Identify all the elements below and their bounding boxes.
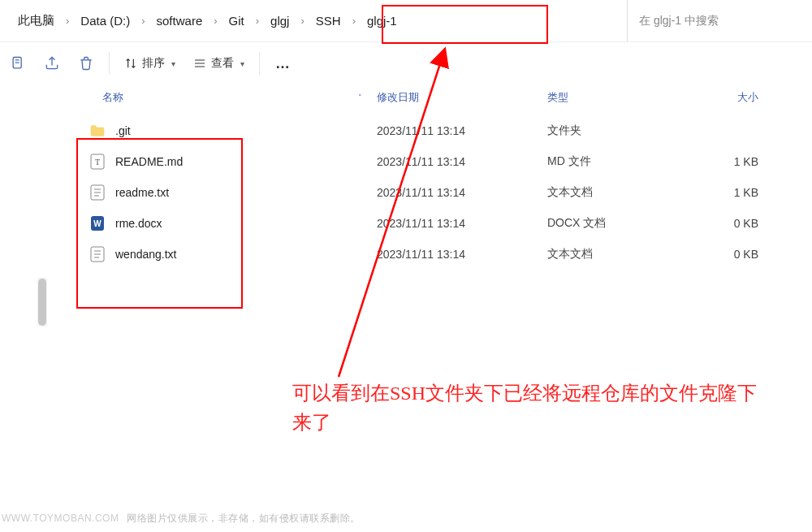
scroll-thumb-icon[interactable] [38,279,46,326]
crumb-glgj-1[interactable]: glgj-1 [362,11,402,31]
file-list: .git 2023/11/11 13:14 文件夹 T README.md 20… [84,115,812,327]
file-type: DOCX 文档 [547,216,685,231]
file-name: readme.txt [115,186,169,199]
file-date: 2023/11/11 13:14 [377,186,547,199]
column-name-label: 名称 [102,90,123,105]
column-headers: 名称 ˄ 修改日期 类型 大小 [0,84,812,110]
file-size: 0 KB [685,248,783,261]
markdown-file-icon: T [89,154,106,170]
annotation-text: 可以看到在SSH文件夹下已经将远程仓库的文件克隆下来了 [292,378,771,437]
file-date: 2023/11/11 13:14 [377,155,547,168]
file-type: 文本文档 [547,185,685,200]
svg-text:W: W [93,219,102,228]
sort-label: 排序 [142,56,165,71]
copy-to-clipboard-button[interactable] [2,47,34,80]
file-name: .git [115,124,131,137]
search-input[interactable]: 在 glgj-1 中搜索 [639,14,719,28]
svg-text:T: T [95,158,100,167]
file-area: .git 2023/11/11 13:14 文件夹 T README.md 20… [0,110,812,327]
list-item[interactable]: wendang.txt 2023/11/11 13:14 文本文档 0 KB [84,239,812,270]
toolbar-divider [109,52,110,75]
toolbar: 排序 ▾ 查看 ▾ … [0,42,812,84]
file-date: 2023/11/11 13:14 [377,124,547,137]
breadcrumb: 此电脑 › Data (D:) › software › Git › glgj … [6,10,627,32]
file-type: 文件夹 [547,123,685,138]
watermark-brand: www.toymoban.com [2,513,119,524]
crumb-ssh[interactable]: SSH [311,11,346,31]
column-name[interactable]: 名称 ˄ [102,90,377,105]
toolbar-divider [259,52,260,75]
crumb-data-d[interactable]: Data (D:) [76,11,135,31]
delete-button[interactable] [70,47,102,80]
list-item[interactable]: T README.md 2023/11/11 13:14 MD 文件 1 KB [84,146,812,177]
crumb-git[interactable]: Git [224,11,249,31]
sort-asc-icon: ˄ [358,93,362,102]
file-type: 文本文档 [547,247,685,262]
search-box[interactable]: 在 glgj-1 中搜索 [627,0,806,41]
chevron-right-icon: › [138,15,148,27]
folder-icon [89,123,106,139]
chevron-right-icon: › [63,15,72,27]
file-date: 2023/11/11 13:14 [377,248,547,261]
watermark: www.toymoban.com 网络图片仅供展示，非存储，如有侵权请联系删除。 [2,512,361,526]
file-name: rme.docx [115,217,162,230]
crumb-this-pc[interactable]: 此电脑 [13,10,59,32]
chevron-right-icon: › [297,15,307,27]
file-name: wendang.txt [115,248,177,261]
file-date: 2023/11/11 13:14 [377,217,547,230]
share-button[interactable] [36,47,68,80]
column-type[interactable]: 类型 [547,90,685,105]
more-button[interactable]: … [266,47,299,80]
file-size: 1 KB [685,155,783,168]
chevron-right-icon: › [253,15,262,27]
list-item[interactable]: W rme.docx 2023/11/11 13:14 DOCX 文档 0 KB [84,208,812,239]
column-date[interactable]: 修改日期 [377,90,547,105]
list-item[interactable]: readme.txt 2023/11/11 13:14 文本文档 1 KB [84,177,812,208]
list-item[interactable]: .git 2023/11/11 13:14 文件夹 [84,115,812,146]
text-file-icon [89,184,106,201]
view-button[interactable]: 查看 ▾ [185,51,253,76]
chevron-down-icon: ▾ [171,59,175,68]
chevron-right-icon: › [210,15,220,27]
text-file-icon [89,246,106,262]
crumb-glgj[interactable]: glgj [266,11,294,31]
file-size: 1 KB [685,186,783,199]
sort-button[interactable]: 排序 ▾ [116,51,184,76]
file-type: MD 文件 [547,154,685,169]
nav-scrollbar[interactable] [37,278,47,327]
crumb-software[interactable]: software [152,11,208,31]
view-label: 查看 [211,56,234,71]
watermark-text: 网络图片仅供展示，非存储，如有侵权请联系删除。 [127,513,361,524]
chevron-down-icon: ▾ [240,59,244,68]
chevron-right-icon: › [349,15,359,27]
column-size[interactable]: 大小 [685,90,783,105]
file-name: README.md [115,155,183,168]
nav-pane [0,115,84,327]
file-size: 0 KB [685,217,783,230]
word-file-icon: W [89,215,106,231]
address-bar: 此电脑 › Data (D:) › software › Git › glgj … [0,0,812,42]
